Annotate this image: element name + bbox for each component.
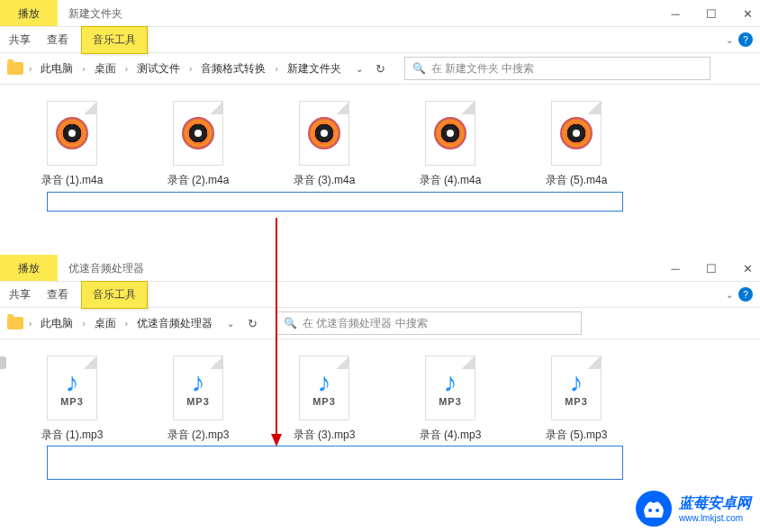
search-icon: 🔍 xyxy=(412,62,426,75)
address-dropdown-icon[interactable]: ⌄ xyxy=(227,319,234,329)
mp3-file-icon: ♪MP3 xyxy=(47,356,97,420)
file-label: 录音 (2).mp3 xyxy=(167,428,230,443)
close-button[interactable]: ✕ xyxy=(740,6,755,21)
mp3-file-icon: ♪MP3 xyxy=(299,356,349,420)
ribbon: 共享 查看 音乐工具 ⌄ ? xyxy=(0,282,760,307)
file-item[interactable]: 录音 (4).m4a xyxy=(414,101,486,188)
file-item[interactable]: ♪MP3 录音 (1).mp3 xyxy=(36,356,108,443)
ribbon: 共享 查看 音乐工具 ⌄ ? xyxy=(0,27,760,52)
chevron-right-icon: › xyxy=(82,64,85,74)
ribbon-share[interactable]: 共享 xyxy=(9,32,31,48)
side-tab[interactable] xyxy=(0,356,6,369)
refresh-icon[interactable]: ↻ xyxy=(368,62,394,76)
search-input[interactable]: 🔍 在 优速音频处理器 中搜索 xyxy=(276,311,582,335)
help-icon[interactable]: ? xyxy=(738,287,753,302)
file-label: 录音 (5).mp3 xyxy=(546,428,608,443)
chevron-right-icon: › xyxy=(29,64,32,74)
mp3-file-icon: ♪MP3 xyxy=(425,356,475,420)
file-item[interactable]: ♪MP3 录音 (3).mp3 xyxy=(288,356,360,443)
ribbon-view[interactable]: 查看 xyxy=(47,287,68,302)
m4a-file-icon xyxy=(299,101,349,166)
window-title: 优速音频处理器 xyxy=(58,255,155,281)
file-label: 录音 (1).mp3 xyxy=(41,428,104,443)
file-label: 录音 (1).m4a xyxy=(41,173,104,188)
file-item[interactable]: 录音 (1).m4a xyxy=(36,101,108,188)
mp3-file-icon: ♪MP3 xyxy=(173,356,223,420)
close-button[interactable]: ✕ xyxy=(740,261,755,275)
file-item[interactable]: 录音 (2).m4a xyxy=(162,101,234,188)
play-tab[interactable]: 播放 xyxy=(0,255,58,281)
chevron-right-icon: › xyxy=(29,319,32,329)
watermark-icon xyxy=(636,491,672,527)
svg-point-1 xyxy=(656,509,659,512)
file-pane[interactable]: 录音 (1).m4a 录音 (2).m4a 录音 (3).m4a 录音 (4).… xyxy=(0,85,760,204)
maximize-button[interactable]: ☐ xyxy=(704,6,719,21)
folder-icon[interactable] xyxy=(7,62,23,75)
breadcrumb[interactable]: 桌面 xyxy=(91,59,120,79)
ribbon-view[interactable]: 查看 xyxy=(47,32,68,48)
search-placeholder: 在 优速音频处理器 中搜索 xyxy=(303,316,428,331)
maximize-button[interactable]: ☐ xyxy=(704,261,719,275)
search-placeholder: 在 新建文件夹 中搜索 xyxy=(431,61,535,77)
chevron-right-icon: › xyxy=(125,64,128,74)
chevron-down-icon[interactable]: ⌄ xyxy=(726,290,733,300)
minimize-button[interactable]: ─ xyxy=(668,261,683,275)
address-bar: › 此电脑 › 桌面 › 优速音频处理器 ⌄ ↻ 🔍 在 优速音频处理器 中搜索 xyxy=(0,307,760,339)
chevron-right-icon: › xyxy=(275,64,277,74)
breadcrumb[interactable]: 桌面 xyxy=(91,313,120,334)
minimize-button[interactable]: ─ xyxy=(668,6,683,21)
file-item[interactable]: ♪MP3 录音 (2).mp3 xyxy=(162,356,234,443)
help-icon[interactable]: ? xyxy=(738,32,753,47)
refresh-icon[interactable]: ↻ xyxy=(240,317,265,330)
file-label: 录音 (5).m4a xyxy=(546,173,608,188)
chevron-down-icon[interactable]: ⌄ xyxy=(726,35,733,45)
m4a-file-icon xyxy=(551,101,602,166)
file-pane[interactable]: ♪MP3 录音 (1).mp3 ♪MP3 录音 (2).mp3 ♪MP3 录音 … xyxy=(0,339,760,459)
breadcrumb[interactable]: 音频格式转换 xyxy=(197,59,269,79)
chevron-right-icon: › xyxy=(189,64,192,74)
titlebar: 播放 新建文件夹 ─ ☐ ✕ xyxy=(0,0,760,27)
file-label: 录音 (4).m4a xyxy=(420,173,482,188)
file-item[interactable]: ♪MP3 录音 (5).mp3 xyxy=(540,356,612,443)
breadcrumb[interactable]: 此电脑 xyxy=(37,313,77,334)
annotation-arrow xyxy=(276,218,277,445)
breadcrumb[interactable]: 优速音频处理器 xyxy=(133,313,216,334)
breadcrumb[interactable]: 测试文件 xyxy=(133,59,184,79)
window-title: 新建文件夹 xyxy=(58,0,133,26)
address-bar: › 此电脑 › 桌面 › 测试文件 › 音频格式转换 › 新建文件夹 ⌄ ↻ 🔍… xyxy=(0,52,760,85)
watermark-url: www.lmkjst.com xyxy=(679,513,751,523)
breadcrumb[interactable]: 新建文件夹 xyxy=(284,59,345,79)
folder-icon[interactable] xyxy=(7,317,23,329)
file-item[interactable]: ♪MP3 录音 (4).mp3 xyxy=(414,356,486,443)
chevron-right-icon: › xyxy=(125,319,128,329)
m4a-file-icon xyxy=(173,101,223,166)
search-input[interactable]: 🔍 在 新建文件夹 中搜索 xyxy=(404,57,710,80)
ribbon-music-tool[interactable]: 音乐工具 xyxy=(81,26,148,54)
m4a-file-icon xyxy=(425,101,475,166)
search-icon: 🔍 xyxy=(284,317,297,329)
svg-point-0 xyxy=(648,509,652,512)
ribbon-share[interactable]: 共享 xyxy=(9,287,31,302)
ribbon-music-tool[interactable]: 音乐工具 xyxy=(81,281,148,309)
mp3-file-icon: ♪MP3 xyxy=(551,356,602,420)
address-dropdown-icon[interactable]: ⌄ xyxy=(356,64,363,74)
explorer-window-1: 播放 新建文件夹 ─ ☐ ✕ 共享 查看 音乐工具 ⌄ ? › 此电脑 › 桌面… xyxy=(0,0,760,255)
watermark-text: 蓝莓安卓网 xyxy=(679,494,751,513)
file-label: 录音 (3).m4a xyxy=(294,173,356,188)
play-tab[interactable]: 播放 xyxy=(0,0,58,26)
titlebar: 播放 优速音频处理器 ─ ☐ ✕ xyxy=(0,255,760,282)
watermark: 蓝莓安卓网 www.lmkjst.com xyxy=(636,491,751,527)
file-label: 录音 (4).mp3 xyxy=(420,428,482,443)
file-label: 录音 (2).m4a xyxy=(167,173,230,188)
explorer-window-2: 播放 优速音频处理器 ─ ☐ ✕ 共享 查看 音乐工具 ⌄ ? › 此电脑 › … xyxy=(0,255,760,489)
breadcrumb[interactable]: 此电脑 xyxy=(37,59,77,79)
file-item[interactable]: 录音 (5).m4a xyxy=(540,101,612,188)
file-item[interactable]: 录音 (3).m4a xyxy=(288,101,360,188)
chevron-right-icon: › xyxy=(82,319,85,329)
file-label: 录音 (3).mp3 xyxy=(294,428,356,443)
m4a-file-icon xyxy=(47,101,97,166)
